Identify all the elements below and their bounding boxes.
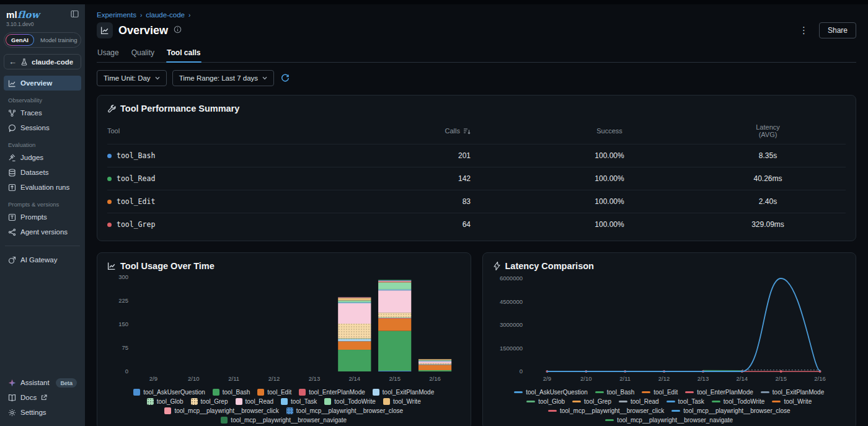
legend-item[interactable]: tool_Write xyxy=(383,398,421,405)
legend-item[interactable]: tool_mcp__playwright__browser_close xyxy=(286,407,403,414)
legend-label: tool_mcp__playwright__browser_navigate xyxy=(617,417,733,424)
legend-label: tool_Grep xyxy=(584,398,611,405)
legend-item[interactable]: tool_mcp__playwright__browser_navigate xyxy=(221,417,347,424)
table-row[interactable]: tool_Edit83100.00%2.40s xyxy=(107,190,846,213)
table-row[interactable]: tool_Bash201100.00%8.35s xyxy=(107,144,846,167)
svg-text:2/12: 2/12 xyxy=(268,375,280,382)
legend-item[interactable]: tool_Read xyxy=(619,398,659,405)
svg-text:2/16: 2/16 xyxy=(814,375,826,382)
prompts-icon xyxy=(8,213,16,221)
evaluation-runs-icon xyxy=(8,184,16,192)
legend-item[interactable]: tool_AskUserQuestion xyxy=(133,389,205,396)
legend-label: tool_mcp__playwright__browser_click xyxy=(174,407,278,414)
legend-item[interactable]: tool_ExitPlanMode xyxy=(761,389,824,396)
sidebar-item-label: Agent versions xyxy=(20,228,68,236)
sidebar-item-docs[interactable]: Docs xyxy=(4,390,81,405)
legend-swatch xyxy=(595,391,604,393)
legend-item[interactable]: tool_Task xyxy=(281,398,317,405)
legend-item[interactable]: tool_ExitPlanMode xyxy=(373,389,434,396)
sidebar-item-traces[interactable]: Traces xyxy=(4,105,81,120)
legend-item[interactable]: tool_Bash xyxy=(595,389,634,396)
sidebar-item-sessions[interactable]: Sessions xyxy=(4,120,81,135)
collapse-sidebar-icon[interactable] xyxy=(71,10,79,19)
table-row[interactable]: tool_Read142100.00%40.26ms xyxy=(107,167,846,190)
legend-swatch xyxy=(191,398,198,405)
legend-item[interactable]: tool_TodoWrite xyxy=(712,398,765,405)
mode-model-training[interactable]: Model training xyxy=(35,35,82,45)
sidebar-item-settings[interactable]: Settings xyxy=(4,405,81,420)
col-success: Success xyxy=(473,127,746,135)
chart-line-icon xyxy=(107,262,116,270)
legend-item[interactable]: tool_mcp__playwright__browser_close xyxy=(671,407,790,414)
svg-text:0: 0 xyxy=(125,368,128,375)
calls-cell: 83 xyxy=(374,197,473,206)
legend-item[interactable]: tool_EnterPlanMode xyxy=(299,389,365,396)
table-row[interactable]: tool_Grep64100.00%329.09ms xyxy=(107,213,846,236)
legend-label: tool_Task xyxy=(678,398,704,405)
legend-swatch xyxy=(299,389,306,396)
legend-item[interactable]: tool_Grep xyxy=(572,398,611,405)
tab-usage[interactable]: Usage xyxy=(97,46,120,62)
legend-swatch xyxy=(514,391,523,393)
sort-descending-icon[interactable] xyxy=(463,128,471,135)
col-tool: Tool xyxy=(107,127,374,135)
legend-item[interactable]: tool_EnterPlanMode xyxy=(685,389,753,396)
back-arrow-icon[interactable]: ← xyxy=(9,58,17,66)
experiment-name: claude-code xyxy=(32,58,73,66)
sidebar-item-datasets[interactable]: Datasets xyxy=(4,165,81,180)
agent-versions-icon xyxy=(8,228,16,236)
refresh-icon[interactable] xyxy=(281,74,290,82)
legend-item[interactable]: tool_Glob xyxy=(147,398,184,405)
summary-title: Tool Performance Summary xyxy=(120,104,239,113)
lightning-bolt-icon xyxy=(493,262,501,270)
sidebar-item-prompts[interactable]: Prompts xyxy=(4,210,81,224)
latency-cell: 329.09ms xyxy=(746,220,846,229)
tab-quality[interactable]: Quality xyxy=(131,46,155,62)
share-button[interactable]: Share xyxy=(819,22,856,38)
svg-text:6000000: 6000000 xyxy=(500,275,523,282)
sidebar-item-judges[interactable]: Judges xyxy=(4,150,81,165)
latency-cell: 40.26ms xyxy=(746,174,846,183)
col-calls[interactable]: Calls xyxy=(374,127,473,135)
section-observability: Observability xyxy=(8,97,77,104)
legend-item[interactable]: tool_mcp__playwright__browser_click xyxy=(548,407,664,414)
svg-text:75: 75 xyxy=(122,344,128,351)
time-range-dropdown[interactable]: Time Range: Last 7 days xyxy=(172,70,274,86)
sidebar-item-overview[interactable]: Overview xyxy=(4,76,81,91)
experiment-selector[interactable]: ← claude-code xyxy=(4,54,81,69)
chart-title: Latency Comparison xyxy=(505,261,594,271)
tool-usage-bar-chart: 0751502253002/92/102/112/122/132/142/152… xyxy=(107,271,461,384)
svg-text:300: 300 xyxy=(118,273,128,280)
time-unit-dropdown[interactable]: Time Unit: Day xyxy=(97,70,167,86)
legend-label: tool_Write xyxy=(784,398,812,405)
mode-genai[interactable]: GenAI xyxy=(6,34,34,46)
legend-item[interactable]: tool_mcp__playwright__browser_navigate xyxy=(605,417,733,424)
legend-item[interactable]: tool_Read xyxy=(236,398,274,405)
legend-item[interactable]: tool_AskUserQuestion xyxy=(514,389,588,396)
info-icon[interactable] xyxy=(174,25,182,36)
legend-label: tool_Bash xyxy=(223,389,250,396)
legend-swatch xyxy=(685,391,694,393)
breadcrumb-experiments[interactable]: Experiments xyxy=(97,11,136,19)
legend-item[interactable]: tool_Edit xyxy=(642,389,678,396)
legend-item[interactable]: tool_Bash xyxy=(213,389,250,396)
sidebar-item-assistant[interactable]: Assistant Beta xyxy=(4,375,81,390)
legend-swatch xyxy=(761,391,769,393)
legend-item[interactable]: tool_Write xyxy=(772,398,812,405)
legend-item[interactable]: tool_Task xyxy=(666,398,704,405)
legend-item[interactable]: tool_Grep xyxy=(191,398,228,405)
overflow-menu-icon[interactable]: ⋮ xyxy=(794,25,813,36)
legend-item[interactable]: tool_mcp__playwright__browser_click xyxy=(164,407,278,414)
svg-text:2/9: 2/9 xyxy=(149,375,157,382)
legend-swatch xyxy=(642,391,650,393)
success-cell: 100.00% xyxy=(473,151,746,160)
sidebar-item-ai-gateway[interactable]: AI Gateway xyxy=(4,252,81,267)
legend-item[interactable]: tool_TodoWrite xyxy=(324,398,376,405)
sidebar-item-agent-versions[interactable]: Agent versions xyxy=(4,224,81,239)
tab-tool-calls[interactable]: Tool calls xyxy=(166,46,201,62)
legend-swatch xyxy=(712,401,720,402)
sidebar-item-evaluation-runs[interactable]: Evaluation runs xyxy=(4,180,81,195)
legend-item[interactable]: tool_Edit xyxy=(257,389,291,396)
breadcrumb-experiment-name[interactable]: claude-code xyxy=(146,11,185,19)
legend-item[interactable]: tool_Glob xyxy=(526,398,565,405)
